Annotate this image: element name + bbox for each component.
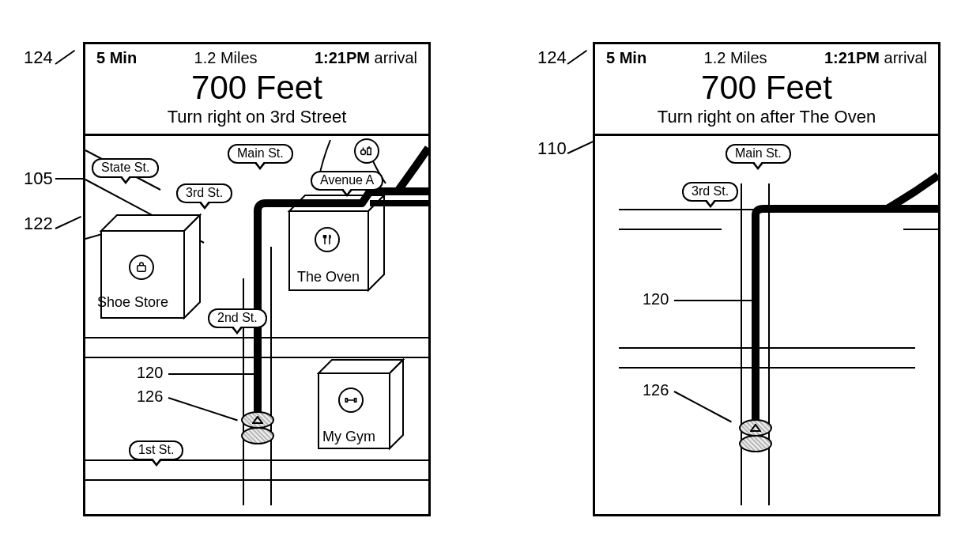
svg-marker-18 xyxy=(390,360,403,448)
svg-marker-12 xyxy=(184,215,200,318)
pill-state-st[interactable]: State St. xyxy=(92,158,159,178)
pill-avenue-a[interactable]: Avenue A xyxy=(311,171,383,191)
label-my-gym: My Gym xyxy=(322,429,375,445)
location-puck-r xyxy=(739,419,772,452)
arrival-label-r: arrival xyxy=(884,49,927,66)
eta-time: 5 Min xyxy=(96,49,137,66)
ref-124-right-lead xyxy=(567,50,587,65)
eta-distance-r: 1.2 Miles xyxy=(704,49,767,67)
arrival-label: arrival xyxy=(375,49,417,66)
pill-3rd-st[interactable]: 3rd St. xyxy=(176,183,232,203)
ref-120-right: 120 xyxy=(643,290,669,308)
svg-rect-19 xyxy=(138,266,146,272)
ref-122-lead xyxy=(55,216,81,229)
header-right: 5 Min 1.2 Miles 1:21PM arrival 700 Feet … xyxy=(595,44,938,136)
ref-126-right: 126 xyxy=(643,381,669,399)
svg-marker-25 xyxy=(253,417,262,423)
pill-3rd-st-r[interactable]: 3rd St. xyxy=(682,182,738,202)
pill-2nd-st[interactable]: 2nd St. xyxy=(208,308,267,328)
ref-120-left-lead xyxy=(168,373,254,375)
nav-screen-detailed: 5 Min 1.2 Miles 1:21PM arrival 700 Feet … xyxy=(83,42,431,516)
status-row: 5 Min 1.2 Miles 1:21PM arrival xyxy=(93,49,420,67)
ref-124-left-lead xyxy=(55,50,75,65)
ref-105-left: 105 xyxy=(24,168,53,189)
next-turn-instruction: Turn right on 3rd Street xyxy=(93,107,420,127)
next-turn-instruction-r: Turn right on after The Oven xyxy=(603,107,930,127)
ref-122-left: 122 xyxy=(24,214,53,234)
label-shoe-store: Shoe Store xyxy=(97,294,168,311)
eta-distance: 1.2 Miles xyxy=(194,49,258,67)
svg-marker-34 xyxy=(751,425,760,431)
ref-120-right-lead xyxy=(674,300,752,301)
svg-rect-23 xyxy=(345,399,347,403)
svg-marker-15 xyxy=(368,195,384,290)
pill-main-st[interactable]: Main St. xyxy=(228,144,293,164)
svg-marker-11 xyxy=(101,215,200,231)
ref-120-left: 120 xyxy=(137,364,163,382)
nav-screen-simplified: 5 Min 1.2 Miles 1:21PM arrival 700 Feet … xyxy=(593,42,940,516)
route-path-r xyxy=(756,176,938,429)
ref-124-left: 124 xyxy=(24,47,53,68)
next-turn-distance: 700 Feet xyxy=(93,69,420,107)
pill-main-st-r[interactable]: Main St. xyxy=(726,144,791,164)
eta-time-r: 5 Min xyxy=(606,49,646,66)
svg-rect-24 xyxy=(355,399,356,403)
svg-marker-17 xyxy=(318,360,403,373)
ref-110-right: 110 xyxy=(537,138,567,159)
next-turn-distance-r: 700 Feet xyxy=(603,69,930,107)
bag-icon xyxy=(129,255,154,280)
dumbbell-icon xyxy=(338,388,364,413)
pill-1st-st[interactable]: 1st St. xyxy=(129,440,183,460)
location-puck xyxy=(241,411,274,444)
status-row-right: 5 Min 1.2 Miles 1:21PM arrival xyxy=(603,49,930,67)
svg-rect-20 xyxy=(368,148,371,154)
ref-105-lead xyxy=(55,178,85,180)
map-simplified[interactable]: Main St. 3rd St. 120 126 xyxy=(595,136,938,505)
header-left: 5 Min 1.2 Miles 1:21PM arrival 700 Feet … xyxy=(85,44,428,136)
arrival-time-r: 1:21PM xyxy=(824,49,880,66)
utensils-icon xyxy=(315,227,340,252)
ref-110-lead xyxy=(567,141,594,154)
map-detailed[interactable]: State St. Main St. Avenue A 3rd St. 2nd … xyxy=(85,136,428,505)
ref-124-right: 124 xyxy=(537,47,567,68)
ref-126-left: 126 xyxy=(137,388,163,406)
label-the-oven: The Oven xyxy=(297,269,360,285)
food-drink-icon xyxy=(354,138,379,164)
arrival-time: 1:21PM xyxy=(315,49,370,66)
